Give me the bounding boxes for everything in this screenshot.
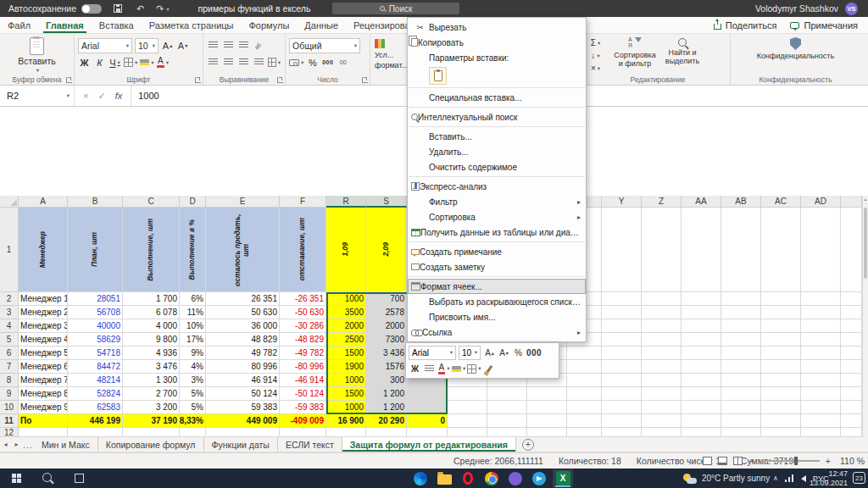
- cell-R7[interactable]: 1900: [326, 360, 366, 374]
- cell-AC2[interactable]: [761, 292, 801, 306]
- ribbon-tab-5[interactable]: Данные: [297, 17, 346, 33]
- cell-Y6[interactable]: [602, 347, 642, 360]
- header-cell-B[interactable]: План, шт: [68, 208, 123, 292]
- cell-A12[interactable]: [19, 428, 68, 437]
- menu-item-13[interactable]: Экспресс-анализ: [408, 179, 586, 194]
- font-color-button[interactable]: А▾: [157, 55, 170, 69]
- cell-AB8[interactable]: [721, 374, 761, 387]
- zoom-slider[interactable]: [760, 460, 820, 462]
- menu-item-21[interactable]: Формат ячеек...: [408, 279, 586, 294]
- cell-T9[interactable]: [407, 387, 448, 401]
- page-layout-view-icon[interactable]: [718, 457, 727, 465]
- cell-C7[interactable]: 3 476: [123, 360, 180, 374]
- cell-X8[interactable]: [567, 374, 602, 387]
- cell-C5[interactable]: 9 800: [123, 333, 180, 347]
- cell-B3[interactable]: 56708: [68, 306, 123, 319]
- mini-bold-button[interactable]: Ж: [409, 362, 421, 375]
- clear-button[interactable]: ×▾: [589, 62, 602, 75]
- cell-U11[interactable]: [448, 414, 487, 428]
- comma-style-button[interactable]: 000: [321, 55, 334, 69]
- menu-item-23[interactable]: Присвоить имя...: [408, 309, 586, 324]
- cell-Y4[interactable]: [602, 319, 642, 333]
- cell-R2[interactable]: 1000: [326, 292, 366, 306]
- column-header-R[interactable]: R: [326, 196, 366, 208]
- taskbar-app-opera[interactable]: [458, 469, 478, 487]
- sheet-tab-0[interactable]: Мин и Макс: [34, 437, 98, 452]
- ribbon-tab-1[interactable]: Главная: [38, 17, 92, 33]
- cell-D10[interactable]: 5%: [180, 401, 206, 414]
- cell-AC6[interactable]: [761, 347, 801, 360]
- row-header-10[interactable]: 10: [0, 401, 19, 414]
- font-dialog-launcher-icon[interactable]: [195, 77, 201, 83]
- row-header-1[interactable]: 1: [0, 208, 19, 292]
- row-header-6[interactable]: 6: [0, 347, 19, 360]
- percent-style-button[interactable]: %: [306, 55, 319, 69]
- cell-AB12[interactable]: [721, 428, 761, 437]
- insert-function-icon[interactable]: fx: [115, 91, 123, 101]
- cell-AD9[interactable]: [801, 387, 841, 401]
- cell-V11[interactable]: [487, 414, 527, 428]
- column-header-A[interactable]: A: [19, 196, 68, 208]
- cell-R6[interactable]: 1500: [326, 347, 366, 360]
- cell-F4[interactable]: -30 286: [280, 319, 326, 333]
- cell-AA11[interactable]: [682, 414, 721, 428]
- cell-Z8[interactable]: [642, 374, 682, 387]
- mini-align-button[interactable]: [423, 362, 436, 375]
- cell-V9[interactable]: [487, 387, 527, 401]
- cell-AA9[interactable]: [682, 387, 721, 401]
- cell-AB4[interactable]: [721, 319, 761, 333]
- sort-filter-button[interactable]: Сортировка и фильтр: [611, 36, 659, 69]
- fill-button[interactable]: ↓▾: [589, 49, 602, 62]
- cell-D5[interactable]: 17%: [180, 333, 206, 347]
- redo-dropdown-icon[interactable]: ▾: [166, 6, 169, 12]
- cell-AD5[interactable]: [801, 333, 841, 347]
- cell-X12[interactable]: [567, 428, 602, 437]
- taskbar-app-folder[interactable]: [434, 469, 454, 487]
- column-header-AA[interactable]: AA: [682, 196, 721, 208]
- cell-A5[interactable]: Менеджер 4: [19, 333, 68, 347]
- status-average[interactable]: Среднее: 2066,111111: [453, 456, 543, 466]
- cell-Y12[interactable]: [602, 428, 642, 437]
- accounting-format-button[interactable]: ▾: [289, 55, 303, 69]
- cell-B4[interactable]: 40000: [68, 319, 123, 333]
- header-cell-F[interactable]: отставание, шт: [280, 208, 326, 292]
- cell-F2[interactable]: -26 351: [280, 292, 326, 306]
- sheet-nav-left-icon[interactable]: ◂: [0, 437, 11, 452]
- orientation-button[interactable]: [253, 38, 265, 53]
- scrollbar-thumb[interactable]: [864, 208, 867, 279]
- cell-Z2[interactable]: [642, 292, 682, 306]
- cell-E3[interactable]: 50 630: [206, 306, 280, 319]
- cell-U10[interactable]: [448, 401, 487, 414]
- alignment-dialog-launcher-icon[interactable]: [277, 77, 283, 83]
- new-sheet-button[interactable]: +: [522, 439, 534, 451]
- cell-AB5[interactable]: [721, 333, 761, 347]
- cell-C2[interactable]: 1 700: [123, 292, 180, 306]
- column-header-C[interactable]: C: [123, 196, 180, 208]
- cell-X9[interactable]: [567, 387, 602, 401]
- weather-widget[interactable]: 20°C Partly sunny: [683, 469, 770, 488]
- cell-AC3[interactable]: [761, 306, 801, 319]
- cell-R9[interactable]: 1500: [326, 387, 366, 401]
- cell-X6[interactable]: [567, 347, 602, 360]
- menu-item-0[interactable]: ✂Вырезать: [408, 19, 586, 35]
- cell-F3[interactable]: -50 630: [280, 306, 326, 319]
- cell-D2[interactable]: 6%: [180, 292, 206, 306]
- menu-item-16[interactable]: Получить данные из таблицы или диапазона…: [408, 225, 586, 240]
- normal-view-icon[interactable]: [703, 457, 712, 465]
- cell-S11[interactable]: 20 290: [366, 414, 407, 428]
- cell-A9[interactable]: Менеджер 8: [19, 387, 68, 401]
- cell-Z5[interactable]: [642, 333, 682, 347]
- cell-Y10[interactable]: [602, 401, 642, 414]
- cell-AB1[interactable]: [721, 208, 761, 292]
- cell-E2[interactable]: 26 351: [206, 292, 280, 306]
- italic-button[interactable]: К: [93, 55, 106, 69]
- menu-item-15[interactable]: Сортировка▸: [408, 209, 586, 225]
- cell-R8[interactable]: 1000: [326, 374, 366, 387]
- cell-AD6[interactable]: [801, 347, 841, 360]
- ribbon-tab-2[interactable]: Вставка: [92, 17, 142, 33]
- cell-S2[interactable]: 700: [366, 292, 407, 306]
- cell-R11[interactable]: 16 900: [326, 414, 366, 428]
- name-box[interactable]: R2 ▾: [0, 86, 75, 106]
- cell-U9[interactable]: [448, 387, 487, 401]
- column-header-Y[interactable]: Y: [602, 196, 642, 208]
